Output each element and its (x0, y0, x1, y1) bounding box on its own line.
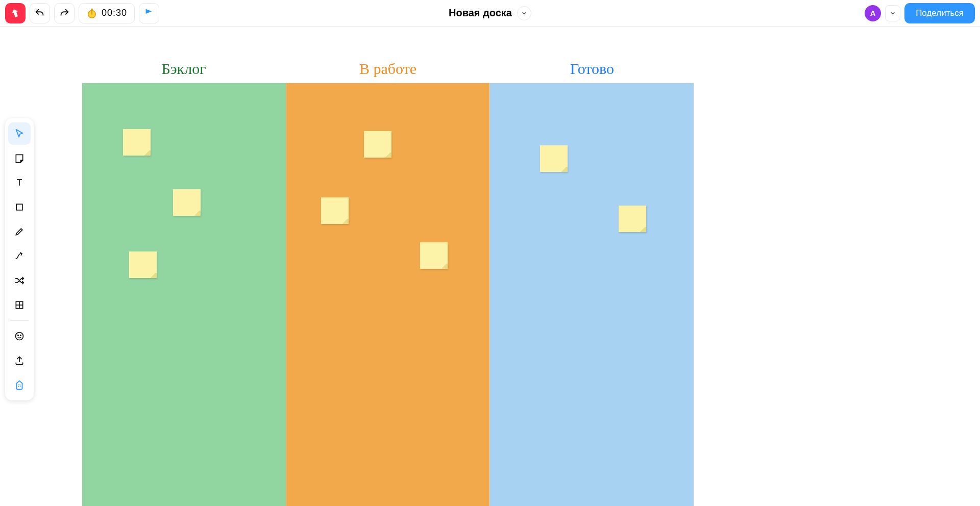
svg-point-9 (20, 335, 21, 336)
board-canvas[interactable]: БэклогВ работеГотово (0, 27, 980, 506)
svg-point-8 (18, 335, 19, 336)
sticky-note[interactable] (129, 251, 157, 278)
timer-value: 00:30 (102, 8, 127, 18)
kanban-board[interactable]: БэклогВ работеГотово (82, 55, 694, 506)
stopwatch-icon (86, 8, 97, 19)
grid-icon (14, 300, 24, 310)
header-right: A Поделиться (865, 3, 975, 23)
sticky-tool[interactable] (8, 147, 31, 169)
redo-button[interactable] (54, 3, 75, 23)
text-tool[interactable] (8, 171, 31, 194)
square-icon (14, 202, 24, 212)
app-header: 00:30 Новая доска A Поделиться (0, 0, 980, 27)
app-logo[interactable] (5, 3, 26, 23)
cursor-icon (14, 128, 25, 139)
board-title[interactable]: Новая доска (449, 7, 512, 19)
chevron-down-icon (521, 10, 527, 16)
note-icon (14, 153, 24, 163)
kanban-column[interactable] (82, 83, 286, 506)
redo-icon (59, 8, 70, 19)
pointer-mode-button[interactable] (139, 3, 159, 23)
sticky-note[interactable] (420, 242, 448, 269)
sticky-note[interactable] (364, 131, 391, 158)
connector-tool[interactable] (8, 245, 31, 267)
export-icon (14, 356, 24, 366)
kanban-headers: БэклогВ работеГотово (82, 55, 694, 83)
timer-button[interactable]: 00:30 (79, 3, 135, 23)
export-tool[interactable] (8, 349, 31, 372)
import-icon (14, 380, 25, 391)
logo-icon (10, 8, 21, 19)
sticky-note[interactable] (123, 129, 151, 156)
undo-icon (34, 8, 45, 19)
pointer-flag-icon (143, 8, 155, 19)
presence-menu-button[interactable] (885, 5, 900, 21)
shuffle-tool[interactable] (8, 269, 31, 292)
select-tool[interactable] (8, 122, 31, 145)
toolbar (5, 118, 34, 400)
sticky-note[interactable] (619, 206, 646, 232)
pen-icon (14, 226, 24, 237)
sticky-note[interactable] (321, 197, 349, 224)
svg-point-7 (16, 333, 23, 340)
svg-rect-1 (91, 8, 93, 10)
text-icon (14, 178, 24, 188)
board-title-group: Новая доска (449, 6, 531, 20)
stamp-tool[interactable] (8, 325, 31, 347)
pen-tool[interactable] (8, 220, 31, 243)
frame-tool[interactable] (8, 294, 31, 316)
smiley-icon (14, 331, 24, 341)
undo-button[interactable] (30, 3, 50, 23)
shape-tool[interactable] (8, 196, 31, 218)
sticky-note[interactable] (173, 189, 201, 216)
user-avatar[interactable]: A (865, 5, 881, 21)
import-tool[interactable] (8, 374, 31, 396)
column-header[interactable]: В работе (286, 60, 490, 78)
svg-rect-3 (16, 204, 22, 210)
column-header[interactable]: Готово (490, 60, 694, 78)
chevron-down-icon (890, 10, 896, 16)
kanban-column[interactable] (489, 83, 694, 506)
curve-icon (14, 251, 24, 261)
avatar-initial: A (870, 9, 876, 17)
shuffle-icon (14, 275, 24, 286)
column-header[interactable]: Бэклог (82, 60, 286, 78)
kanban-column[interactable] (286, 83, 490, 506)
share-button[interactable]: Поделиться (904, 3, 975, 23)
toolbar-separator (10, 320, 29, 321)
board-menu-button[interactable] (517, 6, 531, 20)
sticky-note[interactable] (540, 145, 568, 172)
kanban-columns (82, 83, 694, 506)
